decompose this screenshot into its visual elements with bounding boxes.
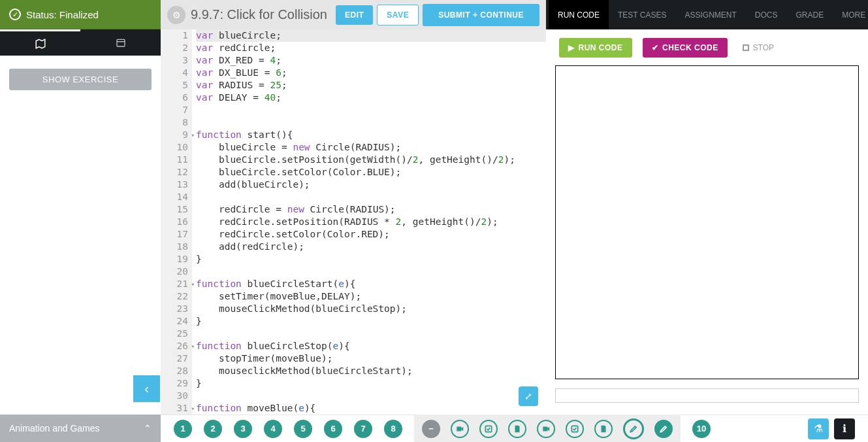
tab-more[interactable]: MORE: [833, 0, 868, 29]
code-area[interactable]: var blueCircle;var redCircle;var DX_RED …: [192, 29, 546, 442]
line-gutter: 1234567891011121314151617181920212223242…: [161, 29, 192, 442]
edit-button[interactable]: EDIT: [336, 5, 373, 25]
check-code-label: CHECK CODE: [662, 43, 718, 52]
nav-item-4[interactable]: 4: [264, 420, 282, 438]
nav-pencil-2[interactable]: [654, 420, 673, 438]
output-tabs: RUN CODE TEST CASES ASSIGNMENT DOCS GRAD…: [546, 0, 868, 29]
nav-item-10[interactable]: 10: [692, 420, 711, 438]
gear-icon: ⚙: [172, 10, 181, 20]
bottom-right-actions: ⚗ ℹ: [808, 418, 855, 439]
expand-icon: ⤢: [524, 391, 532, 401]
module-title-bar[interactable]: Animation and Games ⌃: [0, 415, 161, 442]
submit-continue-button[interactable]: SUBMIT + CONTINUE: [423, 4, 539, 26]
tab-run-code[interactable]: RUN CODE: [549, 0, 609, 29]
nav-item-7[interactable]: 7: [354, 420, 372, 438]
action-row: ▶ RUN CODE ✔ CHECK CODE STOP: [546, 29, 868, 65]
tab-docs[interactable]: DOCS: [746, 0, 787, 29]
status-label: Status: Finalized: [26, 9, 99, 20]
minus-icon: −: [428, 424, 434, 434]
output-canvas[interactable]: [555, 65, 859, 379]
nav-item-8[interactable]: 8: [384, 420, 402, 438]
settings-button[interactable]: ⚙: [167, 6, 185, 24]
play-icon: ▶: [568, 43, 575, 52]
run-code-button[interactable]: ▶ RUN CODE: [559, 38, 632, 58]
video-icon: [455, 424, 464, 434]
svg-rect-1: [117, 39, 125, 46]
save-button[interactable]: SAVE: [377, 5, 419, 26]
nav-item-2[interactable]: 2: [204, 420, 222, 438]
chevron-left-icon: ‹: [144, 381, 149, 396]
nav-check-1[interactable]: [479, 420, 498, 438]
tab-test-cases[interactable]: TEST CASES: [609, 0, 675, 29]
map-icon: [35, 38, 46, 50]
nav-item-5[interactable]: 5: [294, 420, 312, 438]
document-icon: [513, 424, 522, 434]
nav-video-2[interactable]: [537, 420, 555, 438]
check-code-button[interactable]: ✔ CHECK CODE: [643, 38, 728, 58]
nav-doc-2[interactable]: [594, 420, 613, 438]
nav-numbers: 12345678: [174, 420, 402, 438]
nav-doc-1[interactable]: [508, 420, 526, 438]
status-bar: ✓ Status: Finalized: [0, 0, 161, 29]
collapse-sidebar-button[interactable]: ‹: [133, 375, 160, 402]
nav-icon-group: −: [414, 415, 681, 443]
video-icon: [541, 424, 551, 434]
info-button[interactable]: ℹ: [834, 418, 855, 439]
stop-icon: [743, 44, 749, 51]
editor-column: ⚙ 9.9.7: Click for Collision EDIT SAVE S…: [161, 0, 546, 442]
lesson-title: 9.9.7: Click for Collision: [191, 7, 332, 22]
pencil-icon: [629, 424, 638, 434]
nav-minus[interactable]: −: [422, 420, 440, 438]
nav-item-3[interactable]: 3: [234, 420, 252, 438]
calendar-icon: [116, 37, 126, 48]
stop-label: STOP: [753, 43, 774, 52]
document-icon: [599, 424, 608, 434]
nav-current-exercise[interactable]: [623, 418, 644, 439]
sidebar-icon-row: [0, 29, 161, 56]
nav-check-2[interactable]: [566, 420, 584, 438]
check-icon: ✔: [652, 43, 659, 52]
lab-button[interactable]: ⚗: [808, 418, 829, 439]
bottom-nav: 12345678 − 10 ⚗ ℹ: [161, 415, 868, 442]
pencil-icon: [659, 424, 668, 434]
show-exercise-button[interactable]: SHOW EXERCISE: [9, 69, 152, 90]
nav-item-1[interactable]: 1: [174, 420, 192, 438]
check-icon: ✓: [9, 8, 21, 20]
module-title-text: Animation and Games: [9, 423, 100, 434]
checklist-icon: [570, 424, 579, 434]
map-tab[interactable]: [0, 29, 80, 56]
title-bar: ⚙ 9.9.7: Click for Collision EDIT SAVE S…: [161, 0, 546, 29]
checklist-icon: [484, 424, 493, 434]
console-output[interactable]: [555, 388, 859, 403]
nav-item-6[interactable]: 6: [324, 420, 342, 438]
expand-editor-button[interactable]: ⤢: [519, 386, 538, 406]
code-editor[interactable]: 1234567891011121314151617181920212223242…: [161, 29, 546, 442]
run-code-label: RUN CODE: [579, 43, 623, 52]
tab-grade[interactable]: GRADE: [787, 0, 833, 29]
info-icon: ℹ: [843, 422, 846, 435]
flask-icon: ⚗: [814, 422, 823, 435]
svg-marker-0: [36, 39, 45, 48]
tab-assignment[interactable]: ASSIGNMENT: [675, 0, 745, 29]
calendar-tab[interactable]: [80, 29, 161, 56]
output-column: RUN CODE TEST CASES ASSIGNMENT DOCS GRAD…: [546, 0, 868, 442]
stop-button[interactable]: STOP: [743, 43, 774, 52]
nav-video-1[interactable]: [451, 420, 469, 438]
chevron-up-icon: ⌃: [144, 423, 152, 434]
